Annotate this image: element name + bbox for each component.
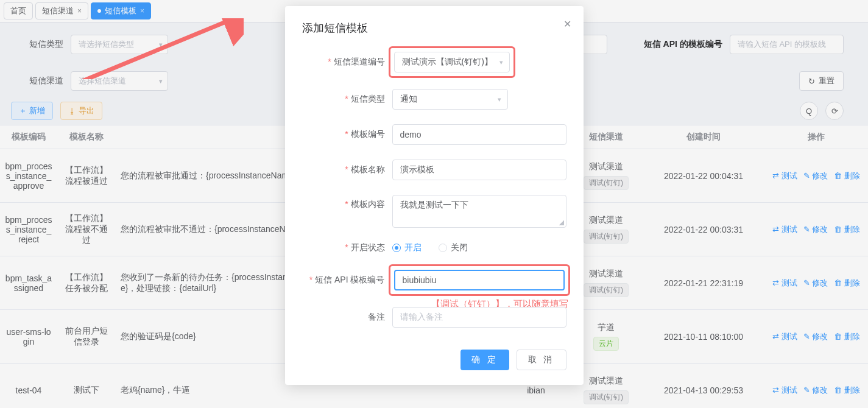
radio-dot-icon <box>439 244 447 252</box>
label-name: 模板名称 <box>302 164 385 175</box>
label-type: 短信类型 <box>302 94 385 105</box>
modal-title: 添加短信模板 <box>302 21 566 35</box>
radio-dot-icon <box>392 244 401 252</box>
radio-status-off[interactable]: 关闭 <box>439 242 468 253</box>
label-remark: 备注 <box>302 312 385 323</box>
chevron-down-icon: ▾ <box>499 58 503 66</box>
content-textarea[interactable]: 我就是测试一下下 <box>392 195 566 228</box>
close-icon: ✕ <box>563 19 571 29</box>
name-input[interactable]: 演示模板 <box>392 160 566 180</box>
code-input[interactable]: demo <box>392 124 566 145</box>
add-template-modal: 添加短信模板 ✕ 短信渠道编号 测试演示【调试(钉钉)】▾ 短信类型 通知▾ 模… <box>285 6 584 385</box>
label-code: 模板编号 <box>302 129 385 140</box>
chevron-down-icon: ▾ <box>498 96 501 104</box>
label-status: 开启状态 <box>302 242 385 253</box>
type-select[interactable]: 通知▾ <box>392 89 508 110</box>
modal-close-button[interactable]: ✕ <box>563 18 571 30</box>
cancel-button[interactable]: 取 消 <box>517 350 566 370</box>
api-code-input[interactable]: biubiubiu <box>394 270 565 290</box>
label-api: 短信 API 模板编号 <box>302 275 385 286</box>
label-channel-no: 短信渠道编号 <box>302 57 385 68</box>
channel-no-select[interactable]: 测试演示【调试(钉钉)】▾ <box>394 52 510 72</box>
label-content: 模板内容 <box>302 195 385 210</box>
radio-status-on[interactable]: 开启 <box>392 242 422 253</box>
confirm-button[interactable]: 确 定 <box>460 350 509 370</box>
remark-input[interactable]: 请输入备注 <box>392 307 566 328</box>
